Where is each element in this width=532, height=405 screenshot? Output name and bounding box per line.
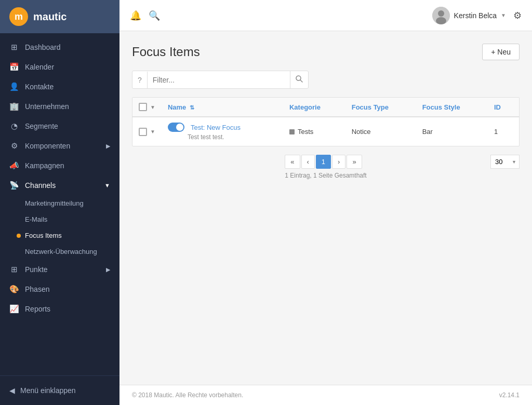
sidebar-item-label: Reports bbox=[25, 305, 50, 313]
col-header-check: ▼ bbox=[132, 98, 162, 117]
item-description: Test test test. bbox=[168, 133, 277, 141]
last-page-button[interactable]: » bbox=[347, 155, 362, 169]
sidebar-item-emails[interactable]: E-Mails bbox=[0, 211, 119, 227]
checkbox-dropdown-icon[interactable]: ▼ bbox=[150, 104, 155, 110]
pagination: « ‹ 1 › » bbox=[285, 155, 366, 169]
table-row: ▼ Test: New Focus Test test test. bbox=[132, 117, 519, 146]
sub-item-label: Focus Items bbox=[25, 232, 62, 239]
sidebar-item-komponenten[interactable]: ⚙ Komponenten ▶ bbox=[0, 136, 119, 156]
sidebar-item-marketingmitteilung[interactable]: Marketingmitteilung bbox=[0, 195, 119, 211]
prev-page-button[interactable]: ‹ bbox=[301, 155, 315, 169]
user-menu[interactable]: Kerstin Belca ▼ bbox=[432, 7, 506, 24]
logo: m mautic bbox=[0, 0, 119, 33]
reports-icon: 📈 bbox=[9, 304, 19, 314]
sidebar-item-focus-items[interactable]: Focus Items bbox=[0, 227, 119, 244]
sidebar-item-kampagnen[interactable]: 📣 Kampagnen bbox=[0, 156, 119, 176]
col-header-focus-type[interactable]: Focus Type bbox=[345, 98, 416, 117]
sidebar-item-segmente[interactable]: ◔ Segmente bbox=[0, 116, 119, 136]
sidebar-bottom: ◀ Menü einklappen bbox=[0, 375, 119, 405]
sidebar-item-channels[interactable]: 📡 Channels ▼ bbox=[0, 176, 119, 195]
sidebar-item-kontakte[interactable]: 👤 Kontakte bbox=[0, 77, 119, 97]
user-name: Kerstin Belca bbox=[454, 11, 497, 20]
chevron-down-icon: ▼ bbox=[104, 182, 110, 188]
page-content: Focus Items + Neu ? bbox=[119, 31, 532, 385]
focus-style-value: Bar bbox=[422, 128, 433, 136]
current-page-button[interactable]: 1 bbox=[316, 155, 331, 169]
col-header-kategorie[interactable]: Kategorie bbox=[283, 98, 345, 117]
footer: © 2018 Mautic. Alle Rechte vorbehalten. … bbox=[119, 385, 532, 405]
first-page-button[interactable]: « bbox=[285, 155, 300, 169]
company-icon: 🏢 bbox=[9, 102, 19, 111]
item-toggle[interactable] bbox=[168, 123, 184, 132]
sidebar-item-label: Komponenten bbox=[25, 142, 70, 150]
row-checkbox[interactable] bbox=[139, 128, 147, 136]
avatar bbox=[432, 7, 450, 24]
filter-help-icon[interactable]: ? bbox=[132, 72, 148, 88]
collapse-label: Menü einklappen bbox=[20, 386, 76, 395]
sidebar-item-dashboard[interactable]: ⊞ Dashboard bbox=[0, 37, 119, 57]
row-kategorie-cell: Tests bbox=[283, 117, 345, 146]
segment-icon: ◔ bbox=[9, 122, 19, 131]
sidebar-item-punkte[interactable]: ⊞ Punkte ▶ bbox=[0, 260, 119, 279]
svg-point-1 bbox=[438, 10, 444, 17]
col-header-focus-style[interactable]: Focus Style bbox=[416, 98, 488, 117]
sort-icon: ⇅ bbox=[190, 104, 194, 111]
collapse-menu-button[interactable]: ◀ Menü einklappen bbox=[0, 381, 119, 400]
sidebar-item-label: Phasen bbox=[25, 285, 49, 293]
dashboard-icon: ⊞ bbox=[9, 43, 19, 52]
header-icons: 🔔 🔍 bbox=[130, 10, 160, 21]
sidebar-item-label: Segmente bbox=[25, 122, 58, 130]
active-dot bbox=[17, 234, 21, 238]
sidebar-item-phasen[interactable]: 🎨 Phasen bbox=[0, 279, 119, 299]
campaign-icon: 📣 bbox=[9, 161, 19, 170]
settings-icon[interactable]: ⚙ bbox=[513, 10, 522, 21]
sidebar-item-kalender[interactable]: 📅 Kalender bbox=[0, 57, 119, 77]
page-title: Focus Items bbox=[132, 45, 200, 59]
points-icon: ⊞ bbox=[9, 265, 19, 274]
sidebar-item-unternehmen[interactable]: 🏢 Unternehmen bbox=[0, 97, 119, 116]
sidebar-item-label: Kampagnen bbox=[25, 161, 64, 170]
chevron-right-icon: ▶ bbox=[106, 266, 110, 273]
row-checkbox-dropdown-icon[interactable]: ▼ bbox=[150, 129, 155, 134]
sidebar-item-label: Unternehmen bbox=[25, 102, 69, 111]
chevron-down-icon: ▼ bbox=[501, 12, 506, 18]
calendar-icon: 📅 bbox=[9, 62, 19, 72]
search-icon[interactable]: 🔍 bbox=[149, 10, 160, 21]
page-size-select[interactable]: 30 50 100 bbox=[490, 155, 520, 169]
item-name-link[interactable]: Test: New Focus bbox=[191, 124, 241, 131]
logo-text: mautic bbox=[33, 11, 66, 23]
header-right: Kerstin Belca ▼ ⚙ bbox=[432, 7, 522, 24]
row-id-cell: 1 bbox=[488, 117, 519, 146]
sub-item-label: Marketingmitteilung bbox=[25, 199, 84, 207]
sidebar-item-reports[interactable]: 📈 Reports bbox=[0, 299, 119, 319]
category-dot bbox=[289, 129, 295, 134]
filter-search-icon[interactable] bbox=[290, 71, 308, 88]
logo-icon: m bbox=[9, 7, 28, 26]
page-title-row: Focus Items + Neu bbox=[132, 44, 520, 60]
filter-bar: ? bbox=[132, 71, 309, 89]
sub-item-label: Netzwerk-Überwachung bbox=[25, 248, 97, 255]
row-name-cell: Test: New Focus Test test test. bbox=[162, 117, 283, 146]
category-label: Tests bbox=[298, 128, 313, 136]
row-focus-style-cell: Bar bbox=[416, 117, 488, 146]
sidebar-item-netzwerk-uberwachung[interactable]: Netzwerk-Überwachung bbox=[0, 244, 119, 260]
phases-icon: 🎨 bbox=[9, 285, 19, 294]
select-all-checkbox[interactable] bbox=[139, 103, 147, 111]
id-value: 1 bbox=[494, 128, 498, 136]
sidebar: m mautic ⊞ Dashboard 📅 Kalender 👤 Kontak… bbox=[0, 0, 119, 405]
page-size-selector: 30 50 100 bbox=[490, 155, 520, 169]
focus-type-value: Notice bbox=[352, 128, 371, 136]
new-button[interactable]: + Neu bbox=[482, 44, 520, 60]
filter-input[interactable] bbox=[148, 72, 290, 88]
chevron-right-icon: ▶ bbox=[106, 143, 110, 150]
sidebar-item-label: Punkte bbox=[25, 265, 48, 274]
sidebar-item-label: Dashboard bbox=[25, 43, 61, 51]
col-header-name[interactable]: Name ⇅ bbox=[162, 98, 283, 117]
svg-line-4 bbox=[300, 80, 302, 82]
next-page-button[interactable]: › bbox=[332, 155, 345, 169]
sub-item-label: E-Mails bbox=[25, 215, 47, 223]
notification-icon[interactable]: 🔔 bbox=[130, 10, 141, 21]
top-header: 🔔 🔍 Kerstin Belca ▼ ⚙ bbox=[119, 0, 532, 31]
sidebar-item-label: Kontakte bbox=[25, 83, 54, 91]
col-header-id[interactable]: ID bbox=[488, 98, 519, 117]
